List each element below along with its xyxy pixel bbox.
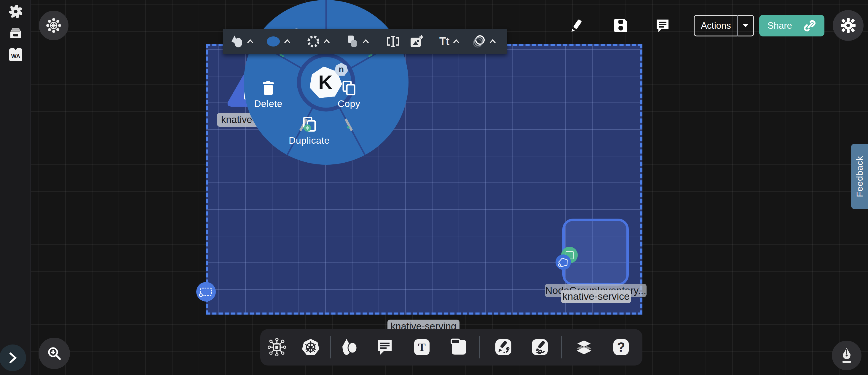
- kubernetes-tool[interactable]: [301, 338, 320, 356]
- radial-delete-label: Delete: [254, 98, 282, 109]
- link-icon: [803, 20, 816, 32]
- format-toolbar: Tt: [223, 29, 507, 54]
- pinwheel-logo-icon[interactable]: [9, 5, 22, 18]
- shape-style-button[interactable]: [230, 34, 244, 48]
- tool-palette: T: [260, 329, 642, 366]
- chevron-up-icon[interactable]: [363, 38, 369, 44]
- feedback-tab[interactable]: Feedback: [851, 144, 868, 209]
- trash-icon: [262, 81, 275, 95]
- image-add-button[interactable]: [410, 34, 424, 48]
- comment-tool[interactable]: [375, 338, 394, 356]
- comment-icon: [376, 339, 393, 356]
- toolbar-divider: [380, 29, 380, 54]
- comments-icon[interactable]: [655, 18, 670, 33]
- network-cluster-icon: [46, 18, 61, 33]
- layers-icon: [575, 338, 593, 356]
- pentagon-icon: [557, 256, 569, 268]
- knative-service-label: knative-service: [561, 290, 631, 303]
- radial-delete[interactable]: Delete: [248, 81, 288, 109]
- edit-pencil-icon[interactable]: [568, 18, 584, 33]
- arrange-copies-button[interactable]: [345, 34, 360, 48]
- stacked-squares-icon: [346, 35, 359, 48]
- actions-label: Actions: [694, 21, 737, 31]
- chevron-right-icon: [8, 352, 17, 364]
- radial-copy[interactable]: Copy: [329, 81, 369, 109]
- rename-field-button[interactable]: [386, 34, 400, 48]
- chevron-up-icon[interactable]: [490, 38, 496, 44]
- typography-button[interactable]: Tt: [436, 34, 453, 48]
- toolbar-divider: [330, 336, 331, 359]
- pen-nib-icon: [840, 347, 854, 364]
- shapes-icon: [230, 35, 243, 48]
- svg-text:T: T: [418, 341, 425, 353]
- chevron-up-icon[interactable]: [247, 38, 253, 44]
- actions-dropdown[interactable]: [738, 24, 753, 28]
- freehand-pencil-icon: [531, 339, 549, 356]
- toolbar-divider: [479, 336, 479, 359]
- webassembly-icon[interactable]: WA: [9, 48, 22, 61]
- feedback-label: Feedback: [855, 156, 865, 197]
- share-label: Share: [768, 21, 792, 31]
- chevron-up-icon[interactable]: [284, 38, 290, 44]
- radial-duplicate-label: Duplicate: [289, 135, 330, 146]
- blue-pentagon-badge: [556, 254, 571, 270]
- dashed-circle-icon: [307, 35, 320, 48]
- frame-icon: [451, 339, 467, 356]
- layers-tool[interactable]: [575, 338, 593, 356]
- frame-tool[interactable]: [450, 338, 468, 356]
- actions-button[interactable]: Actions: [694, 15, 754, 36]
- gear-icon: [840, 18, 856, 33]
- ai-architecture-icon: [268, 338, 286, 356]
- share-button[interactable]: Share: [759, 15, 825, 36]
- chevron-up-icon[interactable]: [453, 38, 460, 44]
- toolbar-divider: [561, 336, 562, 359]
- zoom-in-icon: [47, 346, 62, 361]
- radial-copy-label: Copy: [338, 98, 361, 109]
- expand-sidebar-button[interactable]: [0, 344, 26, 371]
- marquee-select-icon: [200, 287, 212, 296]
- help-icon: ?: [613, 339, 629, 356]
- opacity-circles-icon: [472, 35, 486, 48]
- freehand-pencil-tool[interactable]: [530, 338, 549, 356]
- ai-architecture-tool[interactable]: [268, 338, 286, 356]
- fill-color-button[interactable]: [266, 34, 280, 48]
- rename-field-icon: [386, 36, 400, 47]
- settings-button[interactable]: [833, 10, 864, 41]
- zoom-in-button[interactable]: [38, 338, 70, 369]
- shapes-tool[interactable]: [340, 338, 359, 356]
- text-icon: T: [413, 339, 430, 356]
- opacity-button[interactable]: [472, 34, 486, 48]
- left-sidebar: WA: [0, 0, 31, 375]
- copy-icon: [342, 81, 356, 95]
- typography-icon: Tt: [439, 35, 450, 48]
- svg-text:?: ?: [617, 340, 625, 354]
- connection-pen-icon: [495, 339, 512, 356]
- radial-duplicate[interactable]: Duplicate: [285, 117, 333, 146]
- text-tool[interactable]: T: [412, 338, 431, 356]
- kubernetes-wheel-icon: [302, 338, 320, 356]
- archive-box-icon[interactable]: [9, 27, 22, 40]
- connection-pen-tool[interactable]: [494, 338, 513, 356]
- help-tool[interactable]: ?: [612, 338, 630, 356]
- network-cluster-button[interactable]: [39, 11, 68, 40]
- shapes-icon: [341, 338, 358, 356]
- duplicate-icon: [302, 117, 316, 132]
- pen-tool-button[interactable]: [832, 341, 862, 370]
- stroke-style-button[interactable]: [306, 34, 320, 48]
- selection-drag-handle[interactable]: [196, 282, 216, 302]
- image-add-icon: [410, 35, 424, 48]
- caret-down-icon: [742, 24, 749, 28]
- chevron-up-icon[interactable]: [323, 38, 330, 44]
- fill-color-swatch: [266, 36, 280, 47]
- save-icon[interactable]: [613, 18, 628, 33]
